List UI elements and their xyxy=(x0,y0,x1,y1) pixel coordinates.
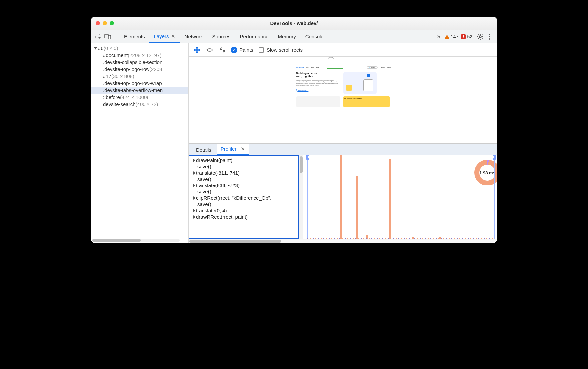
tree-root[interactable]: #6 (0 × 0) xyxy=(91,45,188,52)
timeline-bar[interactable] xyxy=(340,155,342,239)
timeline-marker[interactable] xyxy=(494,155,495,239)
log-item[interactable]: translate(-811, 741) xyxy=(190,170,297,176)
tree-item[interactable]: .devsite-tabs-overflow-men xyxy=(91,87,188,94)
pause-icon xyxy=(307,156,309,158)
checkbox-empty-icon xyxy=(259,47,264,53)
log-item[interactable]: save() xyxy=(190,201,297,207)
timeline-marker[interactable] xyxy=(307,155,308,239)
tree-label: .devsite-top-logo-row-wrap xyxy=(103,80,162,86)
errors-badge[interactable]: ! 52 xyxy=(461,34,472,39)
preview-card-left xyxy=(296,96,340,107)
timeline-bar[interactable] xyxy=(389,159,391,239)
disclosure-icon[interactable] xyxy=(193,196,195,200)
log-item[interactable]: translate(833, -723) xyxy=(190,182,297,188)
log-text: save() xyxy=(197,164,211,169)
log-item[interactable]: save() xyxy=(190,188,297,195)
tab-label: Layers xyxy=(154,33,169,39)
timeline-h-scrollbar[interactable] xyxy=(303,239,497,243)
device-toggle-icon[interactable] xyxy=(103,32,112,41)
error-icon: ! xyxy=(461,34,466,39)
disclosure-icon[interactable] xyxy=(193,159,195,162)
preview-cards: INP is now a Core Web Vital xyxy=(293,96,393,109)
tree-dims: (2208 × 12197) xyxy=(128,52,161,58)
separator xyxy=(116,33,116,40)
log-item[interactable]: drawRRect(rrect, paint) xyxy=(190,214,297,220)
disclosure-icon[interactable] xyxy=(94,47,97,49)
warning-icon xyxy=(445,35,449,39)
log-h-scrollbar[interactable] xyxy=(189,239,303,243)
log-text: translate(0, 4) xyxy=(196,208,227,213)
layers-tree[interactable]: #6 (0 × 0) #document(2208 × 12197).devsi… xyxy=(91,43,188,109)
tree-item[interactable]: .devsite-collapsible-section xyxy=(91,59,188,66)
tree-item[interactable]: ::before(424 × 1000) xyxy=(91,94,188,101)
tree-dims: (424 × 1000) xyxy=(120,94,148,100)
svg-point-3 xyxy=(479,36,481,38)
log-item[interactable]: save() xyxy=(190,176,297,182)
main-tabbar: Elements Layers ✕ Network Sources Perfor… xyxy=(91,30,497,43)
layers-3d-viewport[interactable]: › web.dev About Blog More 🔍 Search Engli… xyxy=(189,57,497,143)
timing-donut: 1.98 ms xyxy=(474,160,497,185)
paint-log-list[interactable]: drawPaint(paint)save()translate(-811, 74… xyxy=(189,155,299,239)
close-subtab-icon[interactable]: ✕ xyxy=(241,146,245,152)
log-text: drawRRect(rrect, paint) xyxy=(196,214,248,220)
rotate-icon[interactable] xyxy=(206,46,213,54)
log-text: save() xyxy=(197,201,211,207)
subtab-details[interactable]: Details xyxy=(192,145,215,155)
preview-signin: Sign in xyxy=(387,67,391,68)
more-tabs-icon[interactable]: » xyxy=(435,33,442,40)
tree-item[interactable]: #17(30 × 808) xyxy=(91,73,188,80)
tree-label: .devsite-tabs-overflow-men xyxy=(103,87,163,93)
disclosure-icon[interactable] xyxy=(193,215,195,219)
timeline-bar[interactable] xyxy=(356,176,358,239)
preview-hero-btn: About web.dev xyxy=(296,89,309,92)
warnings-count: 147 xyxy=(451,34,458,39)
close-tab-icon[interactable]: ✕ xyxy=(171,33,175,39)
log-item[interactable]: save() xyxy=(190,163,297,170)
paints-checkbox[interactable]: ✓ Paints xyxy=(231,47,253,53)
svg-point-6 xyxy=(489,38,490,40)
log-item[interactable]: clipRRect(rrect, "kDifference_Op", xyxy=(190,195,297,201)
inspect-icon[interactable] xyxy=(94,32,103,41)
sidebar-h-scrollbar[interactable] xyxy=(92,239,180,242)
tree-label: #6 xyxy=(98,45,104,51)
settings-gear-icon[interactable] xyxy=(476,32,485,41)
disclosure-icon[interactable] xyxy=(193,171,195,175)
paint-timeline[interactable]: 1.98 ms xyxy=(303,155,497,239)
checkbox-checked-icon: ✓ xyxy=(231,47,237,53)
tree-item[interactable]: .devsite-top-logo-row-wrap xyxy=(91,80,188,87)
warnings-badge[interactable]: 147 xyxy=(445,34,458,39)
tree-item[interactable]: .devsite-top-logo-row(2208 xyxy=(91,66,188,73)
tab-elements[interactable]: Elements xyxy=(119,30,149,43)
tab-memory[interactable]: Memory xyxy=(273,30,300,43)
tree-label: #document xyxy=(103,52,128,58)
tree-item[interactable]: devsite-search(400 × 72) xyxy=(91,101,188,108)
tree-label: devsite-search xyxy=(103,101,136,107)
close-icon[interactable] xyxy=(96,21,100,25)
pan-icon[interactable] xyxy=(193,46,201,54)
main-pane: ✓ Paints Slow scroll rects › web.dev Abo… xyxy=(189,43,497,243)
kebab-menu-icon[interactable] xyxy=(485,32,494,41)
zoom-icon[interactable] xyxy=(110,21,114,25)
log-item[interactable]: translate(0, 4) xyxy=(190,207,297,214)
disclosure-icon[interactable] xyxy=(193,184,195,187)
reset-view-icon[interactable] xyxy=(219,46,226,54)
tab-sources[interactable]: Sources xyxy=(208,30,235,43)
tab-network[interactable]: Network xyxy=(180,30,208,43)
tree-label: .devsite-top-logo-row xyxy=(103,66,149,72)
log-item[interactable]: drawPaint(paint) xyxy=(190,157,297,163)
devtools-window: DevTools - web.dev/ Elements Layers ✕ Ne… xyxy=(91,17,497,243)
log-v-scrollbar[interactable] xyxy=(299,155,303,239)
tree-item[interactable]: #document(2208 × 12197) xyxy=(91,52,188,59)
slow-scroll-checkbox[interactable]: Slow scroll rects xyxy=(259,47,303,53)
disclosure-icon[interactable] xyxy=(193,209,195,212)
subtab-profiler[interactable]: Profiler ✕ xyxy=(217,144,249,155)
tab-console[interactable]: Console xyxy=(301,30,328,43)
window-title: DevTools - web.dev/ xyxy=(270,20,318,26)
tab-layers[interactable]: Layers ✕ xyxy=(149,30,180,43)
titlebar[interactable]: DevTools - web.dev/ xyxy=(91,17,497,30)
svg-rect-1 xyxy=(104,35,109,38)
profiler-body: drawPaint(paint)save()translate(-811, 74… xyxy=(189,155,497,239)
preview-nav-1: Blog xyxy=(311,67,314,68)
tab-performance[interactable]: Performance xyxy=(235,30,273,43)
minimize-icon[interactable] xyxy=(103,21,107,25)
